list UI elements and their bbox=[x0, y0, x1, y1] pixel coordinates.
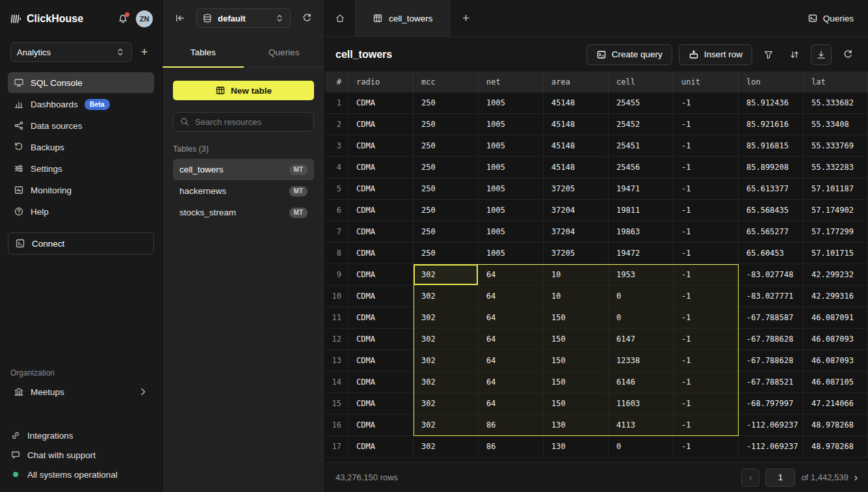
cell-mcc[interactable]: 250 bbox=[414, 157, 479, 178]
cell-net[interactable]: 64 bbox=[479, 264, 544, 285]
cell-lat[interactable]: 55.332283 bbox=[804, 157, 868, 178]
cell-lon[interactable]: 85.912436 bbox=[739, 92, 804, 113]
column-header-radio[interactable]: radio bbox=[349, 72, 414, 92]
cell-unit[interactable]: -1 bbox=[674, 307, 739, 328]
cell-area[interactable]: 130 bbox=[544, 415, 609, 435]
cell-lon[interactable]: 85.921616 bbox=[739, 114, 804, 135]
cell-cell[interactable]: 19472 bbox=[609, 243, 674, 264]
cell-lon[interactable]: -83.027771 bbox=[739, 286, 804, 307]
cell-radio[interactable]: CDMA bbox=[349, 200, 414, 221]
column-header-mcc[interactable]: mcc bbox=[414, 72, 479, 92]
cell-radio[interactable]: CDMA bbox=[349, 243, 414, 264]
cell-cell[interactable]: 25451 bbox=[609, 135, 674, 156]
cell-lon[interactable]: 65.568435 bbox=[739, 200, 804, 221]
cell-lat[interactable]: 57.174902 bbox=[804, 200, 868, 221]
cell-lat[interactable]: 46.087093 bbox=[804, 350, 868, 371]
row-number[interactable]: 17 bbox=[325, 436, 349, 457]
cell-mcc[interactable]: 302 bbox=[414, 286, 479, 307]
home-tab[interactable] bbox=[325, 0, 356, 36]
cell-cell[interactable]: 19471 bbox=[609, 178, 674, 199]
database-selector[interactable]: default bbox=[196, 8, 291, 28]
cell-lon[interactable]: -67.788628 bbox=[739, 350, 804, 371]
cell-mcc[interactable]: 302 bbox=[414, 372, 479, 392]
cell-unit[interactable]: -1 bbox=[674, 221, 739, 242]
cell-mcc[interactable]: 250 bbox=[414, 135, 479, 156]
cell-area[interactable]: 45148 bbox=[544, 135, 609, 156]
cell-net[interactable]: 64 bbox=[479, 307, 544, 328]
cell-unit[interactable]: -1 bbox=[674, 350, 739, 371]
row-number[interactable]: 13 bbox=[325, 350, 349, 371]
cell-lon[interactable]: 65.60453 bbox=[739, 243, 804, 264]
page-number-input[interactable] bbox=[765, 469, 795, 487]
cell-lat[interactable]: 46.087105 bbox=[804, 372, 868, 392]
insert-row-button[interactable]: Insert row bbox=[679, 44, 752, 65]
cell-lon[interactable]: 65.613377 bbox=[739, 178, 804, 199]
chat-support-link[interactable]: Chat with support bbox=[0, 445, 162, 465]
sidebar-item-data-sources[interactable]: Data sources bbox=[8, 115, 154, 136]
cell-lon[interactable]: -67.788521 bbox=[739, 372, 804, 392]
cell-cell[interactable]: 6147 bbox=[609, 329, 674, 349]
cell-radio[interactable]: CDMA bbox=[349, 350, 414, 371]
cell-unit[interactable]: -1 bbox=[674, 200, 739, 221]
cell-cell[interactable]: 19863 bbox=[609, 221, 674, 242]
cell-radio[interactable]: CDMA bbox=[349, 135, 414, 156]
prev-page-button[interactable]: ‹ bbox=[741, 469, 759, 487]
collapse-panel-button[interactable] bbox=[172, 10, 189, 27]
cell-net[interactable]: 64 bbox=[479, 372, 544, 392]
row-number[interactable]: 7 bbox=[325, 221, 349, 242]
system-status-link[interactable]: All systems operational bbox=[0, 465, 162, 484]
cell-lat[interactable]: 46.087091 bbox=[804, 307, 868, 328]
tab-queries[interactable]: Queries bbox=[244, 37, 325, 67]
cell-lat[interactable]: 57.101715 bbox=[804, 243, 868, 264]
cell-unit[interactable]: -1 bbox=[674, 436, 739, 457]
cell-area[interactable]: 37204 bbox=[544, 200, 609, 221]
cell-net[interactable]: 1005 bbox=[479, 200, 544, 221]
cell-unit[interactable]: -1 bbox=[674, 157, 739, 178]
cell-net[interactable]: 1005 bbox=[479, 178, 544, 199]
cell-area[interactable]: 130 bbox=[544, 436, 609, 457]
download-button[interactable] bbox=[811, 44, 832, 65]
sidebar-item-settings[interactable]: Settings bbox=[8, 158, 154, 179]
cell-area[interactable]: 45148 bbox=[544, 92, 609, 113]
cell-lon[interactable]: -112.069237 bbox=[739, 436, 804, 457]
cell-net[interactable]: 1005 bbox=[479, 157, 544, 178]
cell-mcc[interactable]: 250 bbox=[414, 178, 479, 199]
add-tab-button[interactable]: + bbox=[451, 0, 482, 36]
cell-radio[interactable]: CDMA bbox=[349, 372, 414, 392]
cell-unit[interactable]: -1 bbox=[674, 178, 739, 199]
cell-lat[interactable]: 55.333682 bbox=[804, 92, 868, 113]
cell-net[interactable]: 1005 bbox=[479, 135, 544, 156]
cell-net[interactable]: 1005 bbox=[479, 114, 544, 135]
cell-area[interactable]: 37205 bbox=[544, 243, 609, 264]
sidebar-item-backups[interactable]: Backups bbox=[8, 137, 154, 157]
cell-net[interactable]: 64 bbox=[479, 393, 544, 414]
cell-cell[interactable]: 0 bbox=[609, 436, 674, 457]
refresh-data-button[interactable] bbox=[838, 45, 858, 64]
filter-button[interactable] bbox=[759, 45, 778, 64]
cell-net[interactable]: 64 bbox=[479, 350, 544, 371]
cell-radio[interactable]: CDMA bbox=[349, 436, 414, 457]
cell-lat[interactable]: 48.978268 bbox=[804, 415, 868, 435]
column-header-lon[interactable]: lon bbox=[739, 72, 804, 92]
row-number[interactable]: 14 bbox=[325, 372, 349, 392]
cell-radio[interactable]: CDMA bbox=[349, 92, 414, 113]
cell-lon[interactable]: -83.027748 bbox=[739, 264, 804, 285]
row-number[interactable]: 5 bbox=[325, 178, 349, 199]
cell-net[interactable]: 1005 bbox=[479, 92, 544, 113]
cell-cell[interactable]: 12338 bbox=[609, 350, 674, 371]
row-number[interactable]: 6 bbox=[325, 200, 349, 221]
cell-lon[interactable]: -68.797997 bbox=[739, 393, 804, 414]
cell-area[interactable]: 10 bbox=[544, 286, 609, 307]
column-header-cell[interactable]: cell bbox=[609, 72, 674, 92]
cell-radio[interactable]: CDMA bbox=[349, 157, 414, 178]
row-number[interactable]: 10 bbox=[325, 286, 349, 307]
sidebar-item-dashboards[interactable]: Dashboards Beta bbox=[8, 94, 154, 115]
cell-radio[interactable]: CDMA bbox=[349, 329, 414, 349]
integrations-link[interactable]: Integrations bbox=[0, 426, 162, 445]
cell-mcc[interactable]: 302 bbox=[414, 307, 479, 328]
cell-area[interactable]: 150 bbox=[544, 372, 609, 392]
search-resources-input[interactable] bbox=[195, 117, 309, 127]
cell-unit[interactable]: -1 bbox=[674, 114, 739, 135]
cell-cell[interactable]: 25452 bbox=[609, 114, 674, 135]
cell-net[interactable]: 86 bbox=[479, 436, 544, 457]
